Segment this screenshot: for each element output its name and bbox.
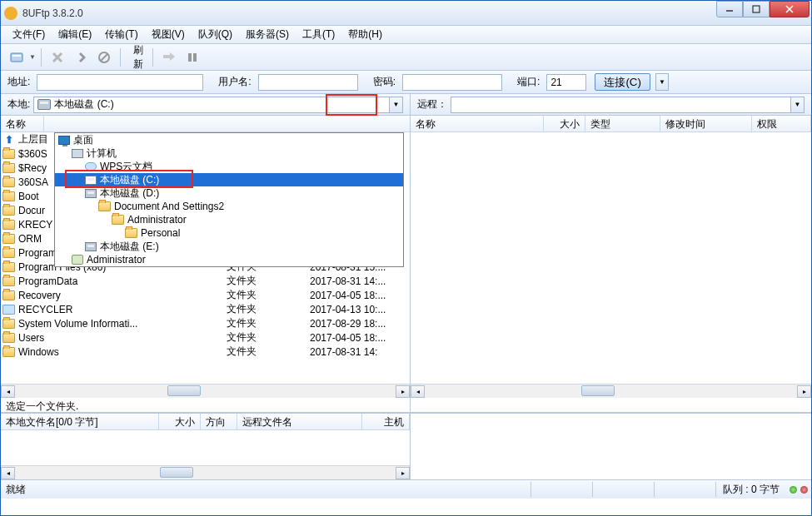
chevron-down-icon[interactable]: ▼ — [389, 97, 402, 112]
scroll-right-arrow[interactable]: ▸ — [396, 385, 410, 398]
dropdown-item[interactable]: Administrator — [55, 253, 403, 266]
folder-icon — [112, 215, 124, 225]
folder-icon — [2, 234, 15, 244]
menu-transfer[interactable]: 传输(T) — [98, 26, 144, 43]
connection-bar: 地址: 用户名: 密码: 端口: 连接(C) ▼ — [1, 71, 811, 94]
scroll-thumb[interactable] — [160, 467, 193, 478]
local-status: 选定一个文件夹. — [1, 398, 410, 413]
dropdown-item[interactable]: 本地磁盘 (C:) — [55, 173, 403, 186]
dropdown-item[interactable]: Administrator — [55, 213, 403, 226]
menu-edit[interactable]: 编辑(E) — [52, 26, 98, 43]
file-row[interactable]: ProgramData文件夹2017-08-31 14:... — [1, 274, 410, 288]
menu-view[interactable]: 视图(V) — [145, 26, 192, 43]
transfer-body[interactable] — [1, 430, 410, 465]
col-name[interactable]: 名称 — [411, 116, 544, 131]
horizontal-scrollbar[interactable]: ◂ ▸ — [1, 384, 410, 398]
close-button[interactable] — [770, 1, 810, 17]
password-input[interactable] — [402, 74, 502, 91]
menu-file[interactable]: 文件(F) — [6, 26, 52, 43]
horizontal-scrollbar[interactable]: ◂ ▸ — [411, 384, 811, 398]
log-panel[interactable] — [411, 414, 811, 479]
scroll-track[interactable] — [425, 385, 797, 398]
folder-icon — [2, 220, 15, 230]
dropdown-item-label: 计算机 — [87, 146, 117, 161]
scroll-right-arrow[interactable]: ▸ — [396, 467, 410, 479]
remote-file-header: 名称 大小 类型 修改时间 权限 — [411, 116, 811, 132]
col-type[interactable]: 类型 — [585, 116, 660, 131]
remote-panel: 名称 大小 类型 修改时间 权限 ◂ ▸ — [411, 116, 811, 413]
dropdown-item[interactable]: 本地磁盘 (E:) — [55, 240, 403, 253]
location-bar: 本地: 本地磁盘 (C:) ▼ 远程： ▼ — [1, 94, 811, 116]
col-name[interactable]: 名称 — [1, 116, 44, 131]
svg-line-9 — [101, 54, 107, 61]
dropdown-item[interactable]: 本地磁盘 (D:) — [55, 186, 403, 200]
dropdown-item[interactable]: WPS云文档 — [55, 160, 403, 173]
pause-button[interactable] — [182, 47, 203, 68]
chevron-down-icon[interactable]: ▼ — [790, 97, 804, 112]
file-row[interactable]: Windows文件夹2017-08-31 14: — [1, 345, 410, 359]
col-size[interactable]: 大小 — [159, 414, 201, 429]
cloud-icon — [85, 162, 97, 171]
remote-path-combo[interactable]: ▼ — [451, 97, 805, 113]
svg-rect-4 — [11, 53, 22, 62]
scroll-left-arrow[interactable]: ◂ — [1, 385, 15, 398]
connect-button[interactable]: 连接(C) — [595, 73, 650, 91]
menu-server[interactable]: 服务器(S) — [239, 26, 296, 43]
svg-rect-1 — [753, 6, 760, 12]
dropdown-item-label: Administrator — [87, 254, 146, 265]
scroll-left-arrow[interactable]: ◂ — [1, 467, 15, 479]
dropdown-item[interactable]: Document And Settings2 — [55, 200, 403, 213]
dropdown-item[interactable]: Personal — [55, 226, 403, 240]
transfer-button[interactable] — [158, 47, 180, 68]
disconnect-button[interactable] — [93, 47, 115, 68]
dropdown-item[interactable]: 桌面 — [55, 133, 403, 146]
menu-tools[interactable]: 工具(T) — [296, 26, 341, 43]
port-input[interactable] — [546, 74, 586, 91]
maximize-button[interactable] — [743, 1, 770, 17]
cancel-button[interactable] — [47, 47, 68, 68]
folder-icon — [2, 206, 15, 216]
led-green-icon — [790, 486, 797, 494]
file-name: RECYCLER — [18, 304, 227, 315]
menu-queue[interactable]: 队列(Q) — [192, 26, 239, 43]
folder-icon — [2, 333, 15, 343]
led-red-icon — [800, 486, 808, 494]
local-file-list[interactable]: 桌面计算机WPS云文档本地磁盘 (C:)本地磁盘 (D:)Document An… — [1, 132, 410, 384]
dropdown-item-label: 本地磁盘 (C:) — [100, 173, 159, 187]
drive-dropdown[interactable]: 桌面计算机WPS云文档本地磁盘 (C:)本地磁盘 (D:)Document An… — [54, 132, 404, 267]
refresh-label: 刷新 — [133, 43, 143, 72]
col-dir[interactable]: 方向 — [201, 414, 237, 429]
sitemanager-button[interactable] — [6, 47, 27, 68]
scroll-track[interactable] — [15, 467, 396, 479]
col-perm[interactable]: 权限 — [752, 116, 811, 131]
col-localfile[interactable]: 本地文件名[0/0 字节] — [1, 414, 159, 429]
refresh-button[interactable]: 刷新 — [126, 47, 147, 68]
remote-file-list[interactable] — [411, 132, 811, 384]
menu-help[interactable]: 帮助(H) — [341, 26, 389, 43]
file-row[interactable]: System Volume Informati...文件夹2017-08-29 … — [1, 316, 410, 330]
file-type: 文件夹 — [227, 330, 310, 345]
scroll-track[interactable] — [15, 385, 396, 398]
file-row[interactable]: RECYCLER文件夹2017-04-13 10:... — [1, 302, 410, 316]
connect-history-dropdown[interactable]: ▼ — [655, 73, 669, 91]
col-mtime[interactable]: 修改时间 — [660, 116, 752, 131]
file-row[interactable]: Recovery文件夹2017-04-05 18:... — [1, 288, 410, 302]
username-input[interactable] — [258, 74, 358, 91]
scroll-thumb[interactable] — [167, 385, 201, 396]
horizontal-scrollbar[interactable]: ◂ ▸ — [1, 465, 410, 479]
scroll-thumb[interactable] — [581, 385, 615, 396]
recycle-icon — [2, 305, 15, 315]
col-host[interactable]: 主机 — [362, 414, 410, 429]
folder-icon — [2, 248, 15, 258]
dropdown-item[interactable]: 计算机 — [55, 146, 403, 160]
scroll-left-arrow[interactable]: ◂ — [411, 385, 425, 398]
col-size[interactable]: 大小 — [544, 116, 585, 131]
scroll-right-arrow[interactable]: ▸ — [797, 385, 811, 398]
minimize-button[interactable] — [716, 1, 743, 17]
up-arrow-icon: ⬆ — [2, 135, 15, 145]
file-row[interactable]: Users文件夹2017-04-05 18:... — [1, 330, 410, 345]
local-path-combo[interactable]: 本地磁盘 (C:) ▼ — [33, 97, 403, 113]
col-remotefile[interactable]: 远程文件名 — [237, 414, 362, 429]
reconnect-button[interactable] — [70, 47, 92, 68]
address-input[interactable] — [37, 74, 203, 91]
